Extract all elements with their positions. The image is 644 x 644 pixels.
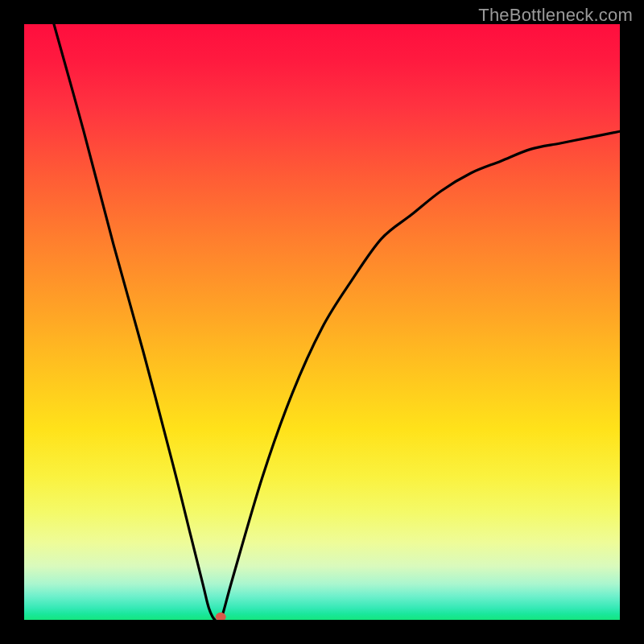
valley-marker: [216, 613, 226, 620]
watermark-text: TheBottleneck.com: [478, 5, 633, 26]
chart-container: TheBottleneck.com: [0, 0, 644, 644]
plot-area: [24, 24, 620, 620]
curve-layer: [24, 24, 620, 620]
bottleneck-curve: [54, 24, 620, 620]
